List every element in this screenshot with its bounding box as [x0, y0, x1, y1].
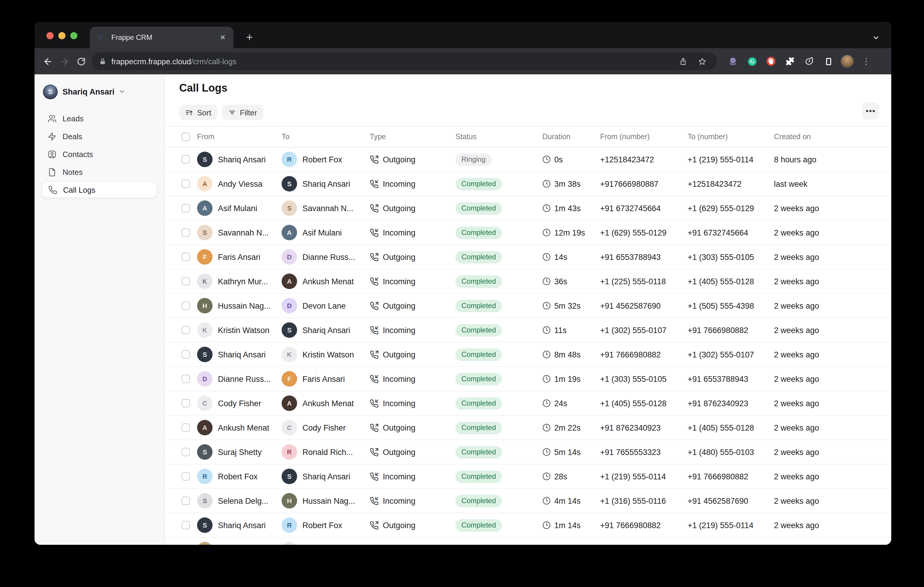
row-checkbox[interactable]	[182, 521, 190, 529]
close-tab-icon[interactable]: ✕	[218, 33, 228, 42]
sidebar-item-contacts[interactable]: Contacts	[42, 146, 157, 162]
from-number: +1 (316) 555-0116	[600, 496, 688, 505]
to-name: Ankush Menat	[302, 277, 354, 286]
table-row[interactable]: K Kristin Watson S Shariq Ansari Incomin…	[165, 318, 891, 342]
phone-incoming-icon	[370, 399, 379, 408]
to-avatar: R	[282, 518, 297, 533]
from-avatar: A	[197, 176, 213, 191]
to-name: Robert Fox	[302, 521, 342, 529]
forward-button[interactable]	[56, 53, 73, 69]
bookmark-star-icon[interactable]	[694, 54, 710, 69]
row-checkbox[interactable]	[182, 253, 190, 261]
sidebar: S Shariq Ansari LeadsDealsContactsNotesC…	[35, 74, 165, 545]
table-row[interactable]: S Suraj Shetty R Ronald Rich... Outgoing…	[165, 440, 891, 464]
table-row[interactable]: A Asif Mulani S Savannah N... Outgoing C…	[165, 196, 891, 220]
call-type-label: Outgoing	[383, 447, 416, 457]
row-checkbox[interactable]	[182, 448, 190, 456]
created-on: 2 weeks ago	[774, 326, 877, 335]
clock-icon	[542, 179, 551, 188]
filter-button[interactable]: Filter	[222, 105, 263, 120]
new-tab-button[interactable]: +	[242, 30, 257, 45]
table-row[interactable]: S Savannah N... A Asif Mulani Incoming C…	[165, 220, 891, 245]
row-checkbox[interactable]	[182, 277, 190, 286]
leaf-energy-icon[interactable]	[801, 54, 817, 69]
created-on: 2 weeks ago	[774, 374, 877, 383]
tab-search-chevron-icon[interactable]	[870, 31, 882, 43]
row-checkbox[interactable]	[182, 301, 190, 310]
column-header-from: From	[197, 133, 282, 141]
table-row[interactable]: S Shariq Ansari R Robert Fox Outgoing Co…	[165, 513, 891, 538]
table-row[interactable]: A Andy Viessa S Shariq Ansari Incoming C…	[165, 172, 891, 196]
row-checkbox[interactable]	[182, 204, 190, 212]
sidebar-item-notes[interactable]: Notes	[42, 164, 157, 180]
row-checkbox[interactable]	[182, 229, 190, 237]
share-icon[interactable]	[675, 54, 691, 69]
table-row[interactable]: S Shariq Ansari K Kristin Watson Outgoin…	[165, 342, 891, 367]
table-row[interactable]: K Kathryn Mur... A Ankush Menat Incoming…	[165, 270, 891, 294]
grammarly-extension-icon[interactable]: G	[744, 54, 760, 69]
sort-button[interactable]: Sort	[179, 105, 217, 120]
close-window-button[interactable]	[46, 33, 54, 39]
sidebar-item-call-logs[interactable]: Call Logs	[42, 181, 157, 198]
sidebar-item-leads[interactable]: Leads	[42, 110, 157, 127]
row-checkbox[interactable]	[182, 179, 190, 188]
to-name: Ankush Menat	[302, 399, 354, 408]
status-cell: Completed	[455, 299, 542, 312]
adblock-extension-icon[interactable]	[763, 54, 779, 69]
from-number: +91 6553788943	[600, 252, 688, 261]
profile-avatar[interactable]	[840, 54, 855, 69]
created-on: 2 weeks ago	[774, 399, 877, 408]
fullscreen-window-button[interactable]	[70, 33, 78, 39]
from-avatar: A	[197, 201, 213, 216]
duration-value: 5m 32s	[554, 301, 581, 310]
duration-cell: 36s	[542, 277, 600, 286]
from-name: Asif Mulani	[218, 204, 257, 213]
menu-kebab-icon[interactable]: ⋮	[858, 54, 874, 69]
row-checkbox[interactable]	[182, 375, 190, 383]
table-row[interactable]: F Faris Ansari D Dianne Russ... Outgoing…	[165, 245, 891, 270]
status-badge: Completed	[455, 226, 502, 239]
call-type-label: Incoming	[383, 179, 416, 188]
sidebar-item-deals[interactable]: Deals	[42, 128, 157, 145]
duration-cell: 28s	[542, 472, 600, 481]
row-checkbox[interactable]	[182, 399, 190, 408]
sort-icon	[185, 108, 193, 117]
from-name: Kathryn Mur...	[218, 277, 268, 286]
row-checkbox[interactable]	[182, 472, 190, 480]
clock-icon	[542, 253, 551, 261]
row-checkbox[interactable]	[182, 326, 190, 334]
phone-icon	[48, 185, 57, 194]
user-menu[interactable]: S Shariq Ansari	[42, 83, 157, 100]
table-row[interactable]	[165, 538, 891, 545]
browser-tab[interactable]: F Frappe CRM ✕	[90, 27, 233, 48]
row-checkbox[interactable]	[182, 423, 190, 432]
user-name: Shariq Ansari	[63, 87, 115, 96]
table-row[interactable]: R Robert Fox S Shariq Ansari Incoming Co…	[165, 464, 891, 489]
minimize-window-button[interactable]	[58, 33, 66, 39]
to-avatar: C	[282, 420, 297, 435]
table-row[interactable]: D Dianne Russ... F Faris Ansari Incoming…	[165, 367, 891, 391]
octopus-extension-icon[interactable]	[725, 54, 741, 69]
reload-button[interactable]	[73, 53, 89, 69]
back-button[interactable]	[39, 53, 56, 69]
to-number: +1 (629) 555-0129	[688, 204, 774, 213]
note-icon	[47, 167, 56, 177]
address-bar[interactable]: frappecrm.frappe.cloud/crm/call-logs	[92, 53, 717, 70]
puzzle-extensions-icon[interactable]	[782, 54, 798, 69]
more-options-button[interactable]: •••	[862, 102, 879, 120]
row-checkbox[interactable]	[182, 497, 190, 505]
sidepanel-icon[interactable]	[820, 54, 836, 69]
table-row[interactable]: H Hussain Nag... D Devon Lane Outgoing C…	[165, 294, 891, 318]
column-header-created-on: Created on	[774, 133, 877, 141]
duration-value: 12m 19s	[554, 228, 585, 237]
row-checkbox[interactable]	[182, 350, 190, 358]
row-checkbox[interactable]	[182, 155, 190, 164]
created-on: 2 weeks ago	[774, 423, 877, 432]
table-row[interactable]: A Ankush Menat C Cody Fisher Outgoing Co…	[165, 416, 891, 440]
call-type-label: Outgoing	[383, 204, 416, 213]
select-all-checkbox[interactable]	[182, 133, 190, 141]
phone-outgoing-icon	[370, 155, 379, 164]
table-row[interactable]: C Cody Fisher A Ankush Menat Incoming Co…	[165, 391, 891, 416]
table-row[interactable]: S Shariq Ansari R Robert Fox Outgoing Ri…	[165, 148, 891, 172]
table-row[interactable]: S Selena Delg... H Hussain Nag... Incomi…	[165, 489, 891, 513]
